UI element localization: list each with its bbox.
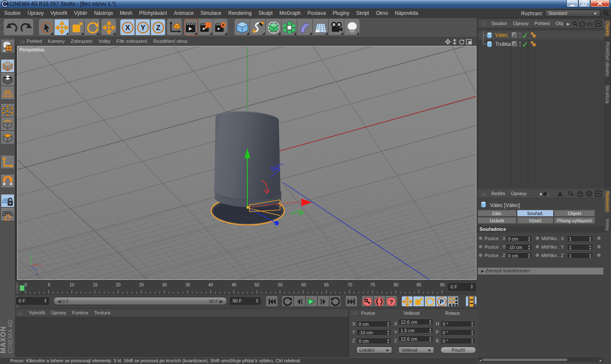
svg-text:Z: Z [156,24,160,32]
svg-text:Y: Y [29,252,32,256]
svg-text:P: P [440,298,443,305]
svg-text:X: X [125,24,130,32]
svg-text:CINEMA 4D: CINEMA 4D [7,319,14,353]
svg-text:MAXON: MAXON [0,326,7,353]
svg-text:X: X [40,263,43,266]
svg-text:Z: Z [36,272,38,276]
svg-text:?: ? [389,298,393,305]
svg-text:Y: Y [140,24,146,32]
